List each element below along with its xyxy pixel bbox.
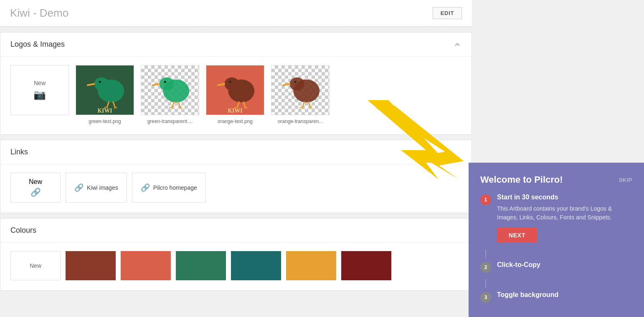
step-2-item: 2 Click-to-Copy [480, 261, 632, 273]
orange-transparent-label: orange-transparen... [278, 118, 323, 124]
green-text-label: green-text.png [89, 118, 121, 124]
svg-point-1 [94, 78, 109, 91]
svg-line-37 [309, 102, 310, 107]
svg-line-26 [243, 102, 245, 107]
colour-swatch-1[interactable] [66, 251, 116, 280]
svg-line-34 [283, 84, 290, 85]
svg-point-22 [224, 78, 239, 91]
svg-line-23 [218, 84, 225, 85]
svg-line-25 [238, 102, 239, 107]
orange-transparent-item[interactable]: orange-transparen... [271, 65, 330, 124]
welcome-title: Welcome to Pilcro! [480, 174, 563, 185]
colour-swatch-3[interactable] [176, 251, 226, 280]
new-image-item[interactable]: New 📷 [10, 65, 69, 124]
svg-point-33 [289, 78, 304, 91]
logos-images-title: Logos & Images [10, 40, 65, 49]
step-3-number: 3 [480, 292, 491, 303]
colour-swatch-2[interactable] [121, 251, 171, 280]
orange-text-item[interactable]: KIWI orange-text.png [206, 65, 264, 124]
link-chain-icon: 🔗 [30, 187, 41, 197]
colours-title: Colours [10, 226, 36, 235]
svg-text:KIWI: KIWI [97, 108, 112, 114]
colour-swatch-6[interactable] [341, 251, 391, 280]
green-text-thumb[interactable]: KIWI [76, 65, 134, 115]
next-button[interactable]: NEXT [497, 228, 537, 243]
step-2-content: Click-to-Copy [497, 261, 632, 273]
svg-point-3 [99, 81, 101, 83]
svg-point-12 [159, 78, 174, 91]
chevron-up-icon[interactable] [453, 40, 461, 49]
green-text-item[interactable]: KIWI green-text.png [76, 65, 134, 124]
links-grid: New 🔗 🔗 Kiwi images 🔗 Pilcro homepage [0, 164, 472, 213]
step-3-content: Toggle background [497, 291, 632, 303]
logos-images-section: Logos & Images New 📷 [0, 32, 472, 135]
edit-button[interactable]: EDIT [433, 7, 462, 19]
links-section: Links New 🔗 🔗 Kiwi images 🔗 Pilcro homep… [0, 140, 472, 213]
colours-header: Colours [0, 219, 472, 243]
camera-icon: 📷 [33, 89, 46, 101]
svg-line-16 [178, 102, 180, 107]
welcome-panel: Welcome to Pilcro! SKIP 1 Start in 30 se… [469, 163, 644, 317]
svg-point-14 [164, 81, 166, 83]
svg-line-36 [303, 102, 304, 107]
new-image-label: New [34, 80, 46, 86]
step-3-item: 3 Toggle background [480, 291, 632, 303]
welcome-header: Welcome to Pilcro! SKIP [480, 174, 632, 185]
page-title: Kiwi - Demo [10, 7, 68, 20]
svg-line-15 [172, 102, 174, 107]
svg-point-35 [294, 81, 297, 83]
green-transparent-label: green-transparent.... [147, 118, 193, 124]
colours-grid: New [0, 243, 472, 290]
svg-line-13 [153, 84, 160, 85]
new-link-label: New [29, 178, 42, 186]
links-header: Links [0, 140, 472, 164]
step-2-number: 2 [480, 262, 491, 273]
svg-line-2 [88, 84, 94, 85]
svg-line-17 [169, 106, 172, 108]
green-transparent-thumb[interactable] [141, 65, 199, 115]
colour-swatch-5[interactable] [286, 251, 336, 280]
svg-text:KIWI: KIWI [228, 108, 242, 114]
kiwi-images-label: Kiwi images [87, 184, 118, 191]
orange-text-label: orange-text.png [218, 118, 253, 124]
step-3-title: Toggle background [497, 291, 632, 299]
pilcro-homepage-link[interactable]: 🔗 Pilcro homepage [132, 173, 206, 203]
images-grid: New 📷 [0, 57, 472, 134]
step-2-title: Click-to-Copy [497, 261, 632, 269]
skip-button[interactable]: SKIP [619, 177, 632, 183]
kiwi-images-link[interactable]: 🔗 Kiwi images [66, 173, 127, 203]
orange-transparent-thumb[interactable] [271, 65, 330, 115]
new-colour-label: New [30, 262, 41, 269]
svg-line-5 [113, 102, 115, 107]
step-1-item: 1 Start in 30 seconds This Artboard cont… [480, 194, 632, 243]
step-1-content: Start in 30 seconds This Artboard contai… [497, 194, 632, 243]
link-icon-kiwi: 🔗 [74, 183, 84, 192]
new-image-thumb[interactable]: New 📷 [10, 65, 69, 115]
pilcro-homepage-label: Pilcro homepage [153, 184, 197, 191]
new-colour-item[interactable]: New [10, 251, 61, 280]
colour-swatch-4[interactable] [231, 251, 281, 280]
link-icon-pilcro: 🔗 [141, 183, 150, 192]
svg-line-38 [299, 106, 303, 108]
step-1-title: Start in 30 seconds [497, 194, 632, 201]
colours-section: Colours New [0, 218, 472, 291]
new-link-item[interactable]: New 🔗 [10, 173, 61, 203]
links-title: Links [10, 148, 28, 156]
green-transparent-item[interactable]: green-transparent.... [141, 65, 199, 124]
step-1-desc: This Artboard contains your brand's Logo… [497, 204, 632, 222]
svg-point-24 [229, 81, 231, 83]
logos-images-header: Logos & Images [0, 33, 472, 57]
orange-text-thumb[interactable]: KIWI [206, 65, 264, 115]
header-section: Kiwi - Demo EDIT [0, 0, 472, 27]
step-1-number: 1 [480, 194, 491, 205]
svg-line-4 [107, 102, 109, 107]
